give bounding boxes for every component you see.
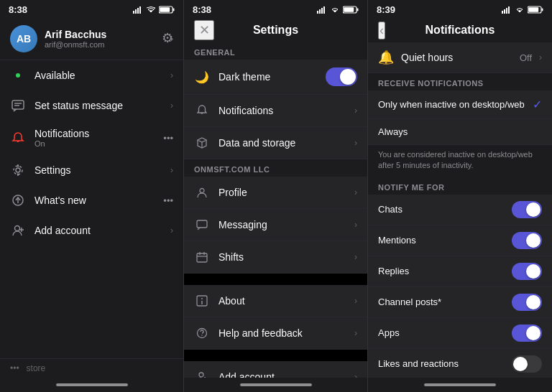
about-label: About xyxy=(218,295,346,307)
checkmark-icon: ✓ xyxy=(533,98,542,111)
settings-item-messaging[interactable]: Messaging › xyxy=(184,209,367,241)
svg-rect-0 xyxy=(133,11,134,14)
gear-icon[interactable]: ⚙ xyxy=(162,30,173,46)
svg-rect-20 xyxy=(323,6,325,14)
home-bar-line xyxy=(56,383,128,386)
add-account-label: Add account xyxy=(218,371,346,378)
more-icon: ••• xyxy=(163,133,173,144)
menu-item-status-message[interactable]: Set status message › xyxy=(0,90,183,121)
toggle-row-channel-posts[interactable]: Channel posts* xyxy=(368,287,552,318)
status-message-label: Set status message xyxy=(34,100,162,111)
wifi-icon xyxy=(330,6,340,14)
toggle-row-apps[interactable]: Apps xyxy=(368,318,552,349)
panel-left: 8:38 AB Arif Bacchus arif@o xyxy=(0,0,184,392)
svg-rect-7 xyxy=(12,101,24,109)
settings-item-help[interactable]: Help and feedback › xyxy=(184,317,367,350)
menu-item-settings[interactable]: Settings › xyxy=(0,155,183,185)
apps-toggle[interactable] xyxy=(512,325,542,342)
quiet-hours-row[interactable]: 🔔 Quiet hours Off › xyxy=(368,42,552,73)
svg-rect-26 xyxy=(197,220,207,228)
menu-item-whats-new[interactable]: What's new ••• xyxy=(0,185,183,215)
settings-item-about[interactable]: About › xyxy=(184,285,367,317)
svg-point-35 xyxy=(201,335,203,336)
likes-toggle[interactable] xyxy=(512,355,542,373)
menu-item-available[interactable]: Available › xyxy=(0,60,183,90)
notifications-sublabel: On xyxy=(34,139,155,148)
svg-rect-23 xyxy=(344,7,354,12)
chevron-icon: › xyxy=(354,106,357,116)
close-button[interactable]: ✕ xyxy=(194,20,214,40)
settings-item-shifts[interactable]: Shifts › xyxy=(184,241,367,274)
home-bar-line xyxy=(424,383,496,386)
svg-rect-18 xyxy=(319,9,321,14)
panel-settings: 8:38 ✕ Settings GENERAL xyxy=(184,0,368,392)
section-divider-2 xyxy=(184,350,367,361)
settings-item-profile[interactable]: Profile › xyxy=(184,177,367,209)
profile-label: Profile xyxy=(218,187,346,198)
settings-item-add-account[interactable]: Add account › xyxy=(184,361,367,378)
toggle-row-chats[interactable]: Chats xyxy=(368,195,552,225)
likes-label: Likes and reactions xyxy=(378,358,512,369)
channel-posts-toggle[interactable] xyxy=(512,294,542,311)
replies-toggle[interactable] xyxy=(512,263,542,280)
dark-theme-label: Dark theme xyxy=(218,71,317,83)
time-p3: 8:39 xyxy=(377,4,395,15)
status-dot xyxy=(14,72,22,79)
svg-point-11 xyxy=(14,166,22,174)
settings-item-notifications[interactable]: Notifications › xyxy=(184,95,367,127)
radio-item-always[interactable]: Always xyxy=(368,119,552,145)
svg-rect-17 xyxy=(317,11,318,14)
available-icon xyxy=(10,67,26,83)
chats-toggle[interactable] xyxy=(512,201,542,218)
chevron-icon: › xyxy=(539,52,542,62)
section-divider xyxy=(184,274,367,285)
home-bar-p1 xyxy=(0,378,183,392)
about-icon xyxy=(194,293,210,309)
toggle-row-mentions[interactable]: Mentions xyxy=(368,225,552,256)
add-account-icon xyxy=(10,223,26,238)
menu-item-notifications[interactable]: Notifications On ••• xyxy=(0,121,183,155)
chevron-icon: › xyxy=(354,187,357,197)
settings-header: ✕ Settings xyxy=(184,18,367,42)
mentions-toggle[interactable] xyxy=(512,232,542,249)
toggle-row-likes[interactable]: Likes and reactions xyxy=(368,349,552,378)
home-bar-line xyxy=(240,383,312,386)
svg-rect-43 xyxy=(508,6,510,14)
add-account-icon xyxy=(194,369,210,378)
dark-theme-toggle[interactable] xyxy=(326,67,357,86)
svg-rect-41 xyxy=(504,9,505,14)
receive-notif-label: Receive notifications xyxy=(368,73,552,90)
time-p2: 8:38 xyxy=(193,4,211,15)
moon-icon: 🌙 xyxy=(194,69,210,85)
settings-item-dark-theme[interactable]: 🌙 Dark theme xyxy=(184,60,367,95)
quiet-hours-value: Off xyxy=(520,52,532,63)
bottom-bar: ••• store xyxy=(0,358,183,378)
notifications-label: Notifications On xyxy=(34,128,155,148)
chevron-icon: › xyxy=(354,138,357,148)
panel-notifications: 8:39 ‹ Notifications xyxy=(368,0,552,392)
radio-item-inactive[interactable]: Only when inactive on desktop/web ✓ xyxy=(368,90,552,119)
channel-posts-label: Channel posts* xyxy=(378,297,512,307)
inactive-info-text: You are considered inactive on desktop/w… xyxy=(368,145,552,177)
shifts-label: Shifts xyxy=(218,251,346,263)
menu-item-add-account[interactable]: Add account › xyxy=(0,215,183,246)
bell-icon xyxy=(194,103,210,118)
battery-icon xyxy=(343,6,359,14)
home-bar-p2 xyxy=(184,378,367,392)
toggle-row-replies[interactable]: Replies xyxy=(368,256,552,287)
notifications-header: ‹ Notifications xyxy=(368,18,552,42)
status-icons-p3 xyxy=(502,6,543,14)
settings-item-data-storage[interactable]: Data and storage › xyxy=(184,127,367,159)
svg-point-14 xyxy=(15,226,20,231)
org-section-label: ONMSFT.COM LLC xyxy=(184,159,367,177)
messaging-label: Messaging xyxy=(218,219,346,230)
settings-scroll: GENERAL 🌙 Dark theme Notifications › xyxy=(184,42,367,378)
svg-rect-27 xyxy=(197,253,207,262)
svg-rect-5 xyxy=(173,9,175,11)
chevron-icon: › xyxy=(170,165,173,175)
settings-title: Settings xyxy=(253,24,298,37)
radio-group: Only when inactive on desktop/web ✓ Alwa… xyxy=(368,90,552,145)
status-bar-p2: 8:38 xyxy=(184,0,367,18)
back-button[interactable]: ‹ xyxy=(378,22,385,39)
profile-row[interactable]: AB Arif Bacchus arif@onmsft.com › ⚙ xyxy=(0,18,183,60)
